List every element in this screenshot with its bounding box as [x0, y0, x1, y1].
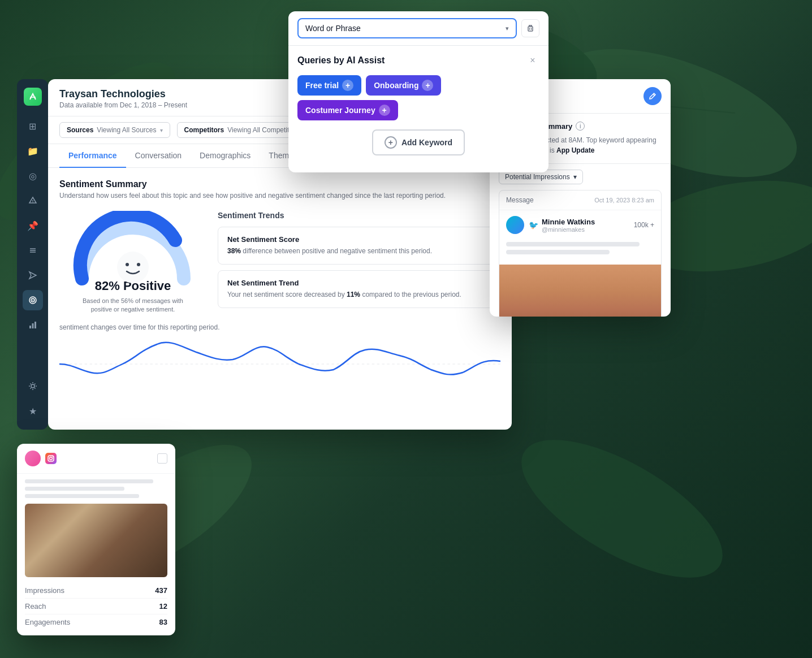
section-desc: Understand how users feel about this top…: [59, 192, 500, 200]
reach-label: Reach: [25, 602, 46, 611]
sidebar-icon-waveform[interactable]: [23, 290, 43, 310]
sidebar-icon-grid[interactable]: ⊞: [23, 116, 43, 136]
user-info: Minnie Watkins @minniemakes: [542, 218, 630, 233]
metric-title-2: Net Sentiment Trend: [227, 279, 491, 287]
loading-bars-header: [61, 451, 70, 466]
stat-impressions: Impressions 437: [25, 583, 167, 599]
close-button[interactable]: ×: [526, 54, 539, 67]
svg-point-11: [32, 202, 33, 202]
plus-icon-3: +: [379, 105, 390, 116]
filter-sources[interactable]: Sources Viewing All Sources ▾: [59, 122, 170, 138]
message-image: [499, 265, 661, 317]
add-keyword-label: Add Keyword: [401, 138, 452, 147]
user-avatar: [506, 216, 524, 234]
impressions-label: Potential Impressions: [505, 173, 570, 181]
message-user: 🐦 Minnie Watkins @minniemakes 100k +: [499, 210, 661, 240]
impressions-value: 437: [155, 586, 167, 595]
svg-point-6: [502, 413, 742, 605]
sidebar-icon-list[interactable]: [23, 240, 43, 261]
edit-button[interactable]: [643, 87, 662, 105]
chart-section: sentiment changes over time for this rep…: [59, 323, 500, 392]
sidebar-icon-folder[interactable]: 📁: [23, 141, 43, 161]
svg-point-24: [137, 263, 140, 266]
svg-line-26: [653, 94, 655, 96]
message-time: Oct 19, 2023 8:23 am: [594, 197, 654, 204]
svg-point-29: [52, 456, 53, 457]
content-bars: [25, 479, 167, 498]
message-card: Message Oct 19, 2023 8:23 am 🐦 Minnie Wa…: [499, 190, 662, 317]
search-dropdown[interactable]: Word or Phrase ▾: [297, 18, 517, 38]
social-icon-group: [25, 451, 70, 466]
svg-rect-19: [32, 323, 33, 328]
user-handle: @minniemakes: [542, 226, 630, 233]
plus-icon-2: +: [422, 80, 433, 91]
sidebar-icon-alert[interactable]: [23, 191, 43, 211]
message-bars: [499, 242, 661, 265]
filter-sources-label: Sources: [67, 126, 93, 134]
tab-performance[interactable]: Performance: [59, 144, 126, 168]
sidebar-icon-send[interactable]: [23, 265, 43, 285]
chart-desc-text: sentiment changes over time for this rep…: [59, 323, 219, 331]
add-keyword-wrapper: + Add Keyword: [297, 129, 539, 155]
checkbox[interactable]: [157, 453, 167, 464]
tab-demographics[interactable]: Demographics: [191, 144, 260, 168]
loading-bar-2: [506, 250, 610, 254]
circle-plus-icon: +: [385, 136, 397, 149]
search-label: Word or Phrase: [305, 24, 361, 33]
main-content: Sentiment Summary Understand how users f…: [48, 168, 512, 404]
line-chart: [59, 336, 500, 392]
engagements-value: 83: [159, 618, 167, 626]
metric-card-1: Net Sentiment Score 38% difference betwe…: [218, 227, 500, 265]
sidebar-icon-pin[interactable]: 📌: [23, 215, 43, 236]
svg-point-21: [31, 384, 34, 388]
user-name: Minnie Watkins: [542, 218, 630, 226]
svg-point-22: [117, 252, 149, 283]
keyword-onboarding[interactable]: Onboarding +: [366, 75, 441, 96]
social-post-image: [25, 504, 167, 577]
ai-modal: Word or Phrase ▾ Queries by AI Assist × …: [288, 11, 548, 172]
svg-rect-30: [528, 27, 533, 31]
svg-point-28: [50, 457, 53, 460]
spike-keyword: App Update: [556, 146, 594, 154]
gauge-svg: [71, 211, 195, 290]
chevron-icon: ▾: [506, 25, 509, 32]
svg-rect-20: [34, 322, 36, 328]
sidebar-icon-bar-chart[interactable]: [23, 315, 43, 335]
sidebar-icon-star[interactable]: ★: [23, 401, 43, 421]
keyword-free-trial[interactable]: Free trial +: [297, 75, 361, 96]
sidebar-icon-circle[interactable]: ◎: [23, 166, 43, 186]
engagements-label: Engagements: [25, 618, 70, 626]
svg-rect-27: [48, 456, 54, 461]
add-keyword-button[interactable]: + Add Keyword: [372, 129, 465, 155]
filter-sources-value: Viewing All Sources: [97, 126, 156, 134]
section-title: Sentiment Summary: [59, 179, 500, 189]
stats-list: Impressions 437 Reach 12 Engagements 83: [25, 583, 167, 630]
sidebar: ⊞ 📁 ◎ 📌: [17, 79, 48, 430]
delete-button[interactable]: [521, 19, 539, 37]
svg-point-23: [126, 263, 129, 266]
social-card: Impressions 437 Reach 12 Engagements 83: [17, 444, 175, 635]
keyword-costumer-journey[interactable]: Costumer Journey +: [297, 100, 398, 120]
sidebar-icon-settings[interactable]: [23, 376, 43, 396]
info-icon: i: [576, 122, 585, 131]
gauge-container: 82% Positive Based on the 56% of message…: [59, 211, 206, 314]
ai-modal-title: Queries by AI Assist: [297, 55, 385, 66]
metrics-area: Sentiment Trends Net Sentiment Score 38%…: [218, 211, 500, 314]
sidebar-logo: [24, 88, 42, 106]
plus-icon-1: +: [342, 80, 353, 91]
metric-title-1: Net Sentiment Score: [227, 235, 491, 244]
instagram-icon: [45, 453, 57, 464]
ai-modal-header-row: Queries by AI Assist ×: [297, 54, 539, 67]
svg-point-17: [32, 300, 33, 301]
keyword-label-1: Free trial: [305, 81, 339, 90]
metric-desc-2: Your net sentiment score decreased by 11…: [227, 289, 491, 300]
user-row: 🐦 Minnie Watkins @minniemakes 100k +: [529, 218, 654, 233]
tab-conversation[interactable]: Conversation: [126, 144, 191, 168]
loading-bar-1: [506, 242, 640, 246]
gauge-sub: Based on the 56% of messages with positi…: [76, 297, 189, 314]
metric-desc-1: 38% difference between positive and nega…: [227, 246, 491, 256]
twitter-icon: 🐦: [529, 220, 538, 230]
user-circle-avatar: [25, 451, 41, 466]
content-layout: 82% Positive Based on the 56% of message…: [59, 211, 500, 314]
keyword-label-2: Onboarding: [374, 81, 418, 90]
